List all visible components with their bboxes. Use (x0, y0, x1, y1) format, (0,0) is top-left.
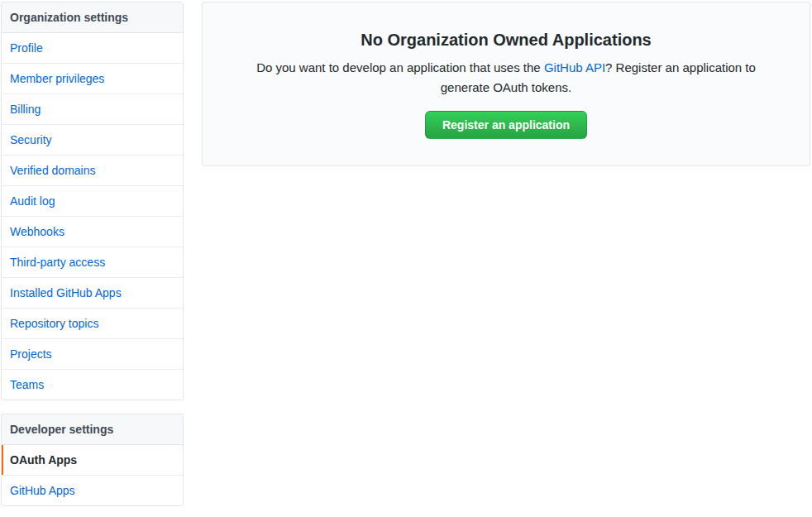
description-text-before: Do you want to develop an application th… (256, 60, 544, 74)
blankslate-description: Do you want to develop an application th… (233, 58, 779, 98)
sidebar-item-github-apps[interactable]: GitHub Apps (2, 476, 183, 505)
sidebar-item-oauth-apps[interactable]: OAuth Apps (2, 445, 183, 476)
sidebar-item-installed-github-apps[interactable]: Installed GitHub Apps (2, 278, 183, 309)
github-api-link[interactable]: GitHub API (544, 60, 605, 74)
sidebar-item-audit-log[interactable]: Audit log (2, 186, 183, 217)
sidebar-section-heading: Organization settings (2, 2, 183, 33)
sidebar-item-teams[interactable]: Teams (2, 370, 183, 400)
settings-sidebar: Organization settingsProfileMember privi… (1, 2, 184, 517)
page: Organization settingsProfileMember privi… (0, 0, 812, 517)
sidebar-item-projects[interactable]: Projects (2, 339, 183, 370)
register-application-button[interactable]: Register an application (425, 111, 587, 139)
sidebar-item-security[interactable]: Security (2, 125, 183, 156)
sidebar-item-repository-topics[interactable]: Repository topics (2, 309, 183, 339)
sidebar-section-heading: Developer settings (2, 414, 183, 445)
sidebar-item-verified-domains[interactable]: Verified domains (2, 156, 183, 186)
sidebar-item-profile[interactable]: Profile (2, 33, 183, 64)
sidebar-section-organization-settings: Organization settingsProfileMember privi… (1, 2, 184, 400)
main-content: No Organization Owned Applications Do yo… (202, 2, 810, 517)
sidebar-item-third-party-access[interactable]: Third-party access (2, 247, 183, 278)
sidebar-section-developer-settings: Developer settingsOAuth AppsGitHub Apps (1, 414, 184, 506)
sidebar-item-billing[interactable]: Billing (2, 94, 183, 125)
blankslate-panel: No Organization Owned Applications Do yo… (202, 2, 810, 166)
sidebar-item-member-privileges[interactable]: Member privileges (2, 64, 183, 94)
sidebar-item-webhooks[interactable]: Webhooks (2, 217, 183, 247)
blankslate-title: No Organization Owned Applications (229, 31, 783, 50)
